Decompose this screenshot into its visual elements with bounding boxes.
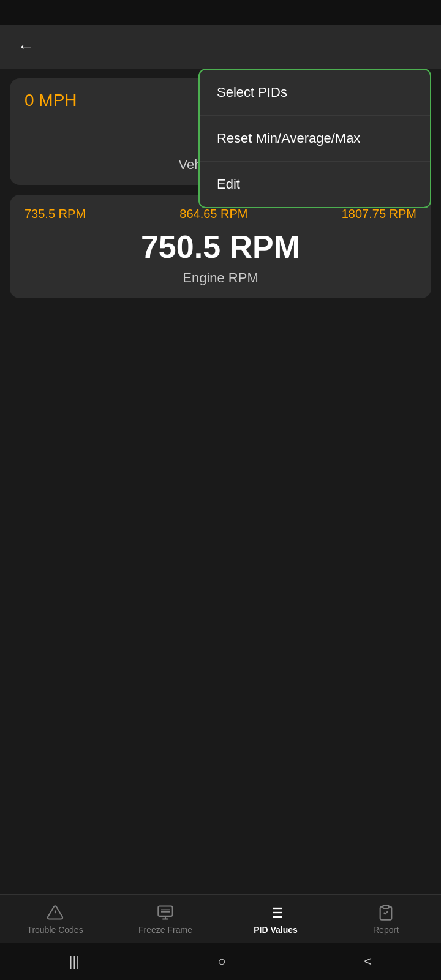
bottom-nav: Trouble Codes Freeze Frame PID Values R (0, 894, 441, 943)
engine-rpm-max: 1807.75 RPM (342, 207, 417, 221)
trouble-codes-label: Trouble Codes (27, 925, 83, 935)
nav-freeze-frame[interactable]: Freeze Frame (110, 904, 221, 935)
edit-item[interactable]: Edit (200, 162, 430, 207)
freeze-frame-label: Freeze Frame (138, 925, 192, 935)
recent-apps-button[interactable]: ||| (69, 954, 80, 970)
report-label: Report (373, 925, 399, 935)
reset-min-avg-max-item[interactable]: Reset Min/Average/Max (200, 116, 430, 162)
back-button[interactable]: ← (12, 33, 39, 60)
home-button[interactable]: ○ (218, 954, 226, 970)
back-sys-button[interactable]: < (364, 954, 372, 970)
svg-rect-13 (383, 905, 388, 908)
engine-rpm-stats-row: 735.5 RPM 864.65 RPM 1807.75 RPM (24, 207, 417, 221)
engine-rpm-card: 735.5 RPM 864.65 RPM 1807.75 RPM 750.5 R… (10, 195, 431, 298)
status-bar (0, 0, 441, 24)
engine-rpm-value: 750.5 RPM (24, 228, 417, 265)
main-content: 0 MPH 0 Vehicle speed 735.5 RPM 864.65 R… (0, 69, 441, 318)
warning-icon (47, 904, 64, 921)
header: ← (0, 24, 441, 69)
report-icon (377, 904, 394, 921)
pid-values-label: PID Values (254, 925, 298, 935)
nav-report[interactable]: Report (331, 904, 441, 935)
dropdown-menu: Select PIDs Reset Min/Average/Max Edit (198, 69, 431, 208)
back-arrow-icon: ← (17, 37, 34, 56)
svg-rect-2 (158, 906, 172, 916)
engine-rpm-min: 735.5 RPM (24, 207, 86, 221)
pid-values-icon (267, 904, 284, 921)
engine-rpm-avg: 864.65 RPM (179, 207, 247, 221)
nav-trouble-codes[interactable]: Trouble Codes (0, 904, 110, 935)
freeze-frame-icon (157, 904, 174, 921)
engine-rpm-label: Engine RPM (24, 270, 417, 286)
nav-pid-values[interactable]: PID Values (221, 904, 331, 935)
select-pids-item[interactable]: Select PIDs (200, 70, 430, 116)
system-nav: ||| ○ < (0, 943, 441, 980)
